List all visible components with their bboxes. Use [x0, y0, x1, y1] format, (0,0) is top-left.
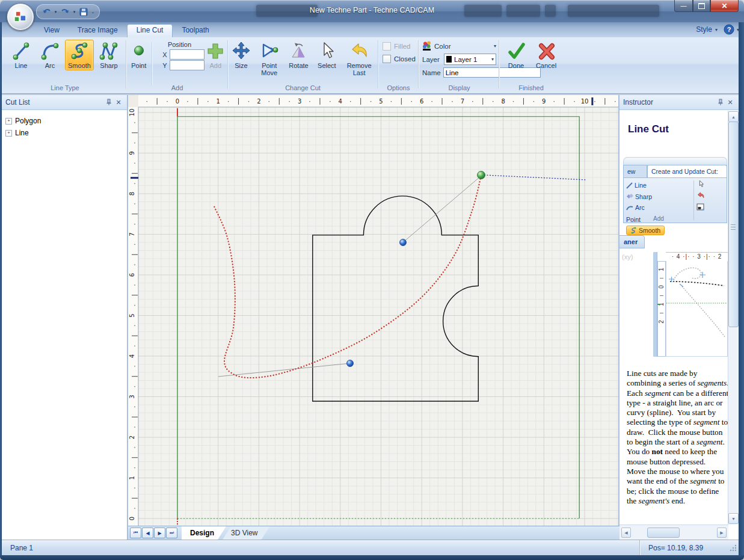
scrollbar-thumb[interactable]: [647, 528, 680, 538]
help-button[interactable]: ? ▾: [724, 24, 739, 35]
check-icon: [506, 41, 526, 61]
group-separator: [418, 40, 419, 88]
chevron-down-icon: ▾: [494, 43, 496, 49]
select-button[interactable]: Select: [313, 40, 340, 78]
svg-text:6: 6: [129, 273, 135, 277]
mini-tab-active: Create and Update Cut:: [647, 165, 727, 177]
mini-tab-row: ew Create and Update Cut:: [623, 165, 727, 177]
status-bar: Pane 1 Pos= 10.19, 8.39: [2, 540, 739, 556]
line-button[interactable]: Line: [7, 40, 35, 70]
undo-icon: [696, 191, 705, 200]
scroll-up-button[interactable]: ▲: [728, 111, 739, 122]
svg-text:1: 1: [129, 476, 135, 479]
line-segment-icon: [11, 41, 31, 61]
mini-sharp-item: Sharp: [626, 191, 657, 202]
arc-button[interactable]: Arc: [36, 40, 64, 70]
mini-vertical-ruler: 1012: [657, 261, 666, 357]
closed-checkbox[interactable]: Closed: [383, 55, 418, 63]
resize-grip-icon[interactable]: [728, 543, 737, 554]
mini-ribbon-screenshot: ew Create and Update Cut: Line Sharp: [623, 157, 727, 223]
first-page-button[interactable]: ⏮: [130, 528, 141, 538]
svg-text:1: 1: [217, 98, 220, 105]
scrollbar-thumb[interactable]: [728, 122, 739, 327]
size-button[interactable]: Size: [229, 40, 254, 78]
cancel-button[interactable]: Cancel: [532, 40, 561, 70]
tab-view[interactable]: View: [35, 24, 69, 37]
last-page-button[interactable]: ⏭: [166, 528, 177, 538]
close-icon[interactable]: ✕: [725, 97, 735, 107]
mini-canvas-area: [666, 261, 728, 357]
button-label: Point: [131, 62, 146, 69]
x-icon: [536, 41, 556, 61]
tab-3d-view[interactable]: 3D View: [223, 526, 269, 540]
layer-dropdown[interactable]: Layer 1 ▾: [444, 54, 496, 65]
mini-ribbon-body: Line Sharp Arc Point: [623, 177, 727, 223]
blue-control-point[interactable]: [400, 239, 407, 246]
tree-expander[interactable]: +: [5, 118, 12, 125]
mini-caption-fragment: (xy): [622, 253, 633, 260]
done-button[interactable]: Done: [502, 40, 530, 70]
style-menu-button[interactable]: Style ▾: [693, 24, 720, 35]
button-label: Line: [15, 62, 28, 69]
sharp-button[interactable]: Sharp: [95, 40, 123, 70]
tree-item-polygon[interactable]: + Polygon: [5, 115, 123, 127]
rotate-button[interactable]: Rotate: [285, 40, 313, 78]
button-label: Smooth: [68, 62, 91, 69]
canvas-area: 001122334455667788991010 ⏮ ◀ ▶ ⏭ Design …: [128, 95, 618, 540]
tab-line-cut[interactable]: Line Cut: [127, 24, 173, 37]
button-label: Select: [318, 62, 336, 69]
svg-text:8: 8: [129, 192, 135, 195]
checkbox-label: Closed: [394, 55, 416, 63]
next-page-button[interactable]: ▶: [154, 528, 165, 538]
close-button[interactable]: ✕: [710, 0, 739, 12]
button-label: Size: [235, 62, 247, 69]
tab-design[interactable]: Design: [182, 526, 226, 540]
mini-smooth-item: Smooth: [626, 226, 665, 235]
prev-page-button[interactable]: ◀: [142, 528, 153, 538]
position-status-cell: Pos= 10.19, 8.39: [639, 540, 739, 556]
y-input[interactable]: [170, 60, 204, 70]
cut-list-tree: + Polygon + Line: [2, 110, 127, 144]
horizontal-ruler: [138, 95, 618, 107]
scroll-right-button[interactable]: ▶: [717, 528, 727, 538]
checkbox-label: Filled: [394, 43, 410, 50]
green-end-point[interactable]: [478, 171, 485, 179]
tab-toolpath[interactable]: Toolpath: [173, 24, 218, 37]
tab-trace-image[interactable]: Trace Image: [69, 24, 127, 37]
svg-text:0: 0: [176, 98, 179, 105]
app-menu-button[interactable]: [7, 3, 34, 31]
point-move-button[interactable]: Point Move: [255, 40, 284, 78]
color-dropdown[interactable]: Color ▾: [422, 40, 496, 52]
app-window: ▾ ▾ ⌄ New Techne Part - Techne CAD/: [0, 0, 744, 560]
tree-expander[interactable]: +: [5, 130, 12, 137]
close-icon[interactable]: ✕: [114, 97, 123, 107]
point-button[interactable]: Point: [128, 40, 150, 85]
scroll-down-button[interactable]: ▼: [728, 513, 739, 524]
mini-tab-fragment: ew: [623, 165, 647, 177]
window-title: New Techne Part - Techne CAD/CAM: [0, 6, 744, 14]
maximize-button[interactable]: [693, 0, 710, 12]
blue-control-point[interactable]: [347, 360, 354, 367]
vertical-scrollbar[interactable]: ▲ ▼: [728, 111, 738, 525]
horizontal-scrollbar[interactable]: ◀ ▶: [619, 525, 728, 540]
minimize-button[interactable]: —: [674, 0, 693, 12]
smooth-segment-icon: [630, 227, 637, 234]
ribbon-group-add: Point Position X Y: [128, 38, 227, 92]
pin-icon[interactable]: [716, 97, 725, 107]
svg-text:10: 10: [581, 98, 589, 105]
move-arrows-icon: [231, 41, 251, 61]
cursor-position: Pos= 10.19, 8.39: [648, 544, 703, 552]
add-button[interactable]: Add: [204, 40, 227, 85]
design-canvas[interactable]: 001122334455667788991010: [128, 95, 618, 526]
scroll-left-button[interactable]: ◀: [621, 528, 631, 538]
filled-checkbox[interactable]: Filled: [383, 42, 418, 51]
tree-item-line[interactable]: + Line: [5, 127, 123, 139]
pin-icon[interactable]: [104, 97, 114, 107]
plus-icon: [205, 41, 226, 61]
x-input[interactable]: [170, 49, 204, 60]
group-label: Options: [379, 84, 418, 91]
svg-text:8: 8: [501, 98, 505, 105]
remove-last-button[interactable]: Remove Last: [341, 40, 377, 78]
smooth-button[interactable]: Smooth: [65, 40, 94, 70]
button-label: Point Move: [256, 62, 283, 76]
